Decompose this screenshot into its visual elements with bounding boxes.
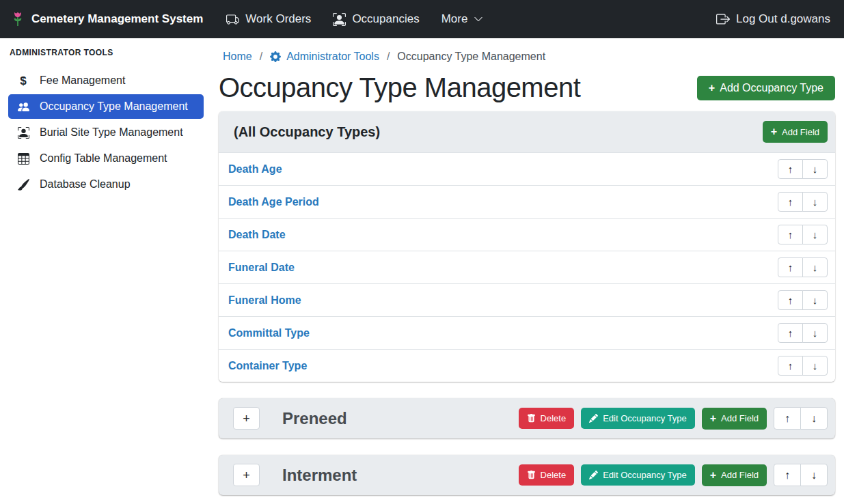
sidebar-item-config-table-management[interactable]: Config Table Management [8,146,204,171]
nav-item-more[interactable]: More [441,12,484,26]
add-field-button[interactable]: +Add Field [702,464,767,486]
reorder-button-group: ↑↓ [778,257,828,277]
logout-button[interactable]: Log Out d.gowans [716,12,830,26]
move-down-button[interactable]: ↓ [802,225,828,244]
sidebar-item-database-cleanup[interactable]: Database Cleanup [8,172,204,197]
plus-icon: + [710,413,716,424]
field-link[interactable]: Death Age Period [228,196,319,208]
move-up-button[interactable]: ↑ [778,323,803,343]
move-up-button[interactable]: ↑ [778,225,803,244]
field-list: Death Age↑↓Death Age Period↑↓Death Date↑… [219,152,835,382]
chevron-down-icon [474,14,483,24]
flower-logo-icon [11,11,25,27]
breadcrumb-home-link[interactable]: Home [223,51,252,63]
move-down-button[interactable]: ↓ [802,290,828,310]
breadcrumb-separator: / [260,51,262,63]
move-up-button[interactable]: ↑ [778,290,803,310]
field-link[interactable]: Funeral Date [228,262,295,274]
sidebar-item-label: Database Cleanup [40,178,131,191]
sidebar-item-fee-management[interactable]: $Fee Management [8,68,204,93]
sidebar: Administrator Tools $Fee ManagementOccup… [0,38,209,504]
field-row-funeral-home: Funeral Home↑↓ [219,283,835,316]
breadcrumb-admin-tools-link[interactable]: Administrator Tools [270,51,379,63]
move-down-button[interactable]: ↓ [802,356,828,376]
move-down-button[interactable]: ↓ [800,407,828,430]
expand-button[interactable]: + [233,464,260,486]
field-row-container-type: Container Type↑↓ [219,349,835,382]
breadcrumb-current: Occupancy Type Management [397,51,545,63]
logout-label: Log Out d.gowans [736,12,830,26]
add-field-label: Add Field [721,413,759,423]
table-icon [16,153,30,165]
logout-icon [716,12,730,26]
main-content: Home / Administrator Tools / Occupancy T… [209,38,844,504]
section-title: Preneed [282,409,347,428]
sidebar-item-label: Fee Management [40,74,125,87]
add-field-button[interactable]: + Add Field [763,121,828,143]
section-actions: DeleteEdit Occupancy Type+Add Field↑↓ [519,464,828,486]
all-occupancy-types-header: (All Occupancy Types) + Add Field [219,111,835,152]
plus-icon: + [710,470,716,481]
field-link[interactable]: Death Age [228,163,282,176]
breadcrumb-admin-tools-label: Administrator Tools [286,51,379,63]
add-field-label: Add Field [721,470,759,480]
move-down-button[interactable]: ↓ [802,192,828,212]
occupancy-type-section-interment: +IntermentDeleteEdit Occupancy Type+Add … [219,455,835,495]
app-brand[interactable]: Cemetery Management System [11,11,203,27]
move-up-button[interactable]: ↑ [778,356,803,376]
app-title: Cemetery Management System [31,12,203,26]
move-down-button[interactable]: ↓ [802,159,828,179]
gear-icon [270,51,281,62]
add-occupancy-type-button[interactable]: + Add Occupancy Type [697,76,835,100]
move-down-button[interactable]: ↓ [802,323,828,343]
plus-icon: + [709,83,715,94]
section-title: Interment [282,466,357,485]
nav-item-occupancies[interactable]: Occupancies [333,12,419,26]
expand-button[interactable]: + [233,407,260,430]
nav-item-work-orders[interactable]: Work Orders [226,12,311,26]
nav-item-label: More [441,12,468,26]
breadcrumb-separator: / [387,51,390,63]
sidebar-item-burial-site-type-management[interactable]: Burial Site Type Management [8,120,204,145]
field-link[interactable]: Committal Type [228,327,310,339]
navbar-links: Work OrdersOccupanciesMore [226,12,505,26]
field-link[interactable]: Container Type [228,360,307,372]
edit-label: Edit Occupancy Type [603,413,687,423]
reorder-button-group: ↑↓ [778,356,828,376]
trash-icon [527,414,536,423]
sidebar-list: $Fee ManagementOccupancy Type Management… [8,68,204,197]
add-occupancy-type-label: Add Occupancy Type [720,82,823,94]
users-icon [16,101,30,113]
occupancy-type-sections: +PreneedDeleteEdit Occupancy Type+Add Fi… [219,398,835,495]
move-up-button[interactable]: ↑ [778,159,803,179]
field-link[interactable]: Funeral Home [228,294,301,307]
truck-icon [226,13,239,26]
trash-icon [527,471,536,479]
move-down-button[interactable]: ↓ [800,464,828,486]
delete-button[interactable]: Delete [519,408,575,429]
move-up-button[interactable]: ↑ [774,464,801,486]
move-up-button[interactable]: ↑ [778,192,803,212]
delete-label: Delete [541,470,567,480]
edit-occupancy-type-button[interactable]: Edit Occupancy Type [581,408,695,429]
section-actions: DeleteEdit Occupancy Type+Add Field↑↓ [519,407,828,430]
field-link[interactable]: Death Date [228,229,286,241]
top-navbar: Cemetery Management System Work OrdersOc… [0,0,844,38]
add-field-button[interactable]: +Add Field [702,408,767,430]
sidebar-item-occupancy-type-management[interactable]: Occupancy Type Management [8,94,204,119]
move-up-button[interactable]: ↑ [778,257,803,277]
breadcrumb-home-label: Home [223,51,252,63]
edit-occupancy-type-button[interactable]: Edit Occupancy Type [581,464,695,486]
sidebar-item-label: Burial Site Type Management [40,126,183,139]
move-up-button[interactable]: ↑ [774,407,801,430]
nav-item-label: Occupancies [352,12,419,26]
sidebar-heading: Administrator Tools [10,48,204,57]
all-occupancy-types-card: (All Occupancy Types) + Add Field Death … [219,111,835,382]
move-down-button[interactable]: ↓ [802,257,828,277]
sidebar-item-label: Occupancy Type Management [40,100,188,113]
field-row-death-age-period: Death Age Period↑↓ [219,185,835,218]
reorder-button-group: ↑↓ [778,192,828,212]
delete-button[interactable]: Delete [519,464,575,486]
add-field-label: Add Field [782,127,819,137]
reorder-button-group: ↑↓ [774,464,828,486]
